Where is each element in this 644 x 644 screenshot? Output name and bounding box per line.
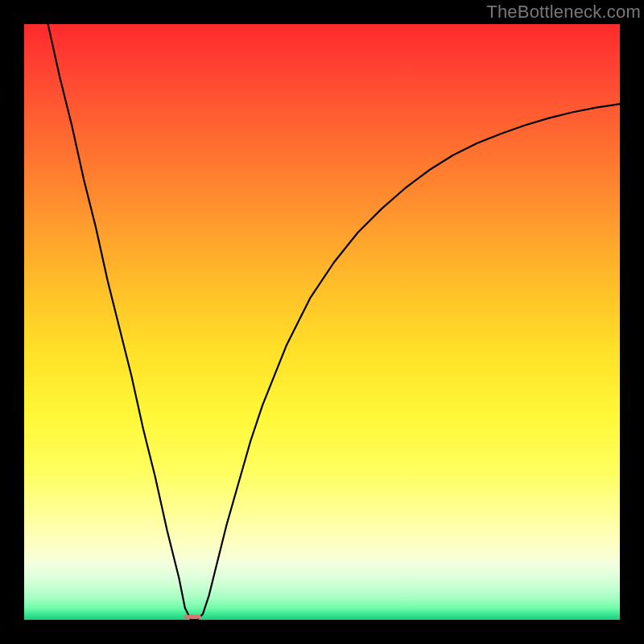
chart-frame: TheBottleneck.com xyxy=(0,0,644,644)
bottleneck-curve xyxy=(48,24,620,620)
watermark-text: TheBottleneck.com xyxy=(486,2,641,23)
plot-area xyxy=(24,24,620,620)
chart-svg xyxy=(24,24,620,620)
